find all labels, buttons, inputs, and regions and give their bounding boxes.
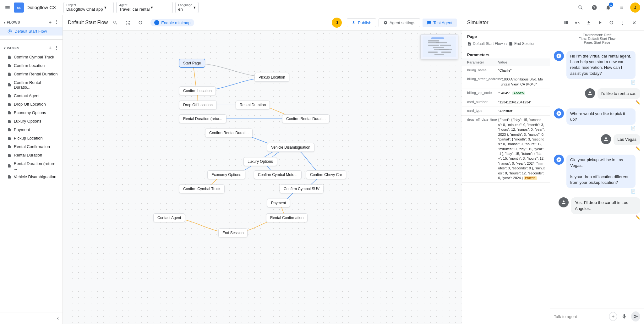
menu-icon[interactable] (4, 4, 11, 11)
publish-label: Publish (358, 20, 371, 25)
chat-input[interactable] (554, 314, 607, 319)
flow-node-confirm-cymbal-moto[interactable]: Confirm Cymbal Moto... (254, 170, 302, 179)
sidebar-item-5[interactable]: Drop Off Location (0, 100, 63, 108)
flow-node-pickup[interactable]: Pickup Location (254, 73, 289, 82)
sim-columns-button[interactable] (561, 18, 571, 28)
svg-rect-37 (434, 54, 444, 55)
edit-icon-5[interactable]: ✏️ (636, 215, 640, 220)
param-row-2: billing_zip_code"94045" ADDED (462, 89, 550, 98)
notifications-button[interactable]: 1 (603, 2, 614, 13)
flows-menu-button[interactable]: ⋮ (54, 19, 59, 25)
col-param-header: Parameter (467, 60, 498, 64)
flow-node-confirm-cymbal-suv[interactable]: Confirm Cymbal SUV (280, 184, 324, 193)
flow-node-confirm-rental-dur2[interactable]: Confirm Rental Durati... (205, 129, 253, 137)
minimap (420, 34, 458, 59)
agent-dropdown[interactable]: Agent Travel: car rental ▾ (116, 2, 173, 13)
flow-node-payment[interactable]: Payment (267, 199, 290, 207)
edit-icon-1[interactable]: ✏️ (636, 100, 640, 105)
flow-node-confirm-loc[interactable]: Confirm Location (179, 86, 216, 95)
param-row-1: billing_street_address"1800 Amphibious B… (462, 75, 550, 89)
flow-node-rental-dur-retur[interactable]: Rental Duration (retur... (179, 114, 226, 123)
minimap-svg (422, 36, 456, 58)
flow-node-vehicle-dis[interactable]: Vehicle Disambiguation (267, 143, 314, 152)
pages-add-button[interactable]: + (49, 45, 52, 51)
sim-undo-button[interactable] (572, 18, 582, 28)
flow-node-rental-dur[interactable]: Rental Duration (236, 101, 270, 109)
apps-button[interactable] (616, 2, 628, 13)
language-dropdown[interactable]: Language en ▾ (175, 2, 199, 13)
sidebar-item-default-start-flow[interactable]: Default Start Flow (0, 27, 63, 36)
sim-play-button[interactable] (595, 18, 605, 28)
sidebar-collapse-button[interactable]: ‹ (57, 315, 59, 321)
sim-export-button[interactable] (584, 18, 594, 28)
simulator-header: Simulator ⋮ ✕ (462, 15, 644, 30)
sidebar-item-9[interactable]: Pickup Location (0, 134, 63, 142)
agent-avatar-0 (554, 51, 564, 61)
sidebar-item-4[interactable]: Contact Agent (0, 91, 63, 100)
flow-canvas[interactable]: Start PagePickup LocationConfirm Locatio… (63, 30, 462, 324)
flows-add-button[interactable]: + (49, 19, 52, 25)
minimap-toggle[interactable]: Enable minimap (150, 19, 194, 26)
flow-node-confirm-rental-dur[interactable]: Confirm Rental Durati... (282, 114, 330, 123)
mic-icon (621, 314, 627, 319)
flow-node-dropoff[interactable]: Drop Off Location (179, 101, 217, 109)
flow-node-end-session[interactable]: End Session (218, 228, 248, 237)
sidebar-item-0[interactable]: Confirm Cymbal Truck (0, 53, 63, 61)
sim-close-button[interactable]: ✕ (629, 18, 639, 28)
flows-expand-icon[interactable]: ▾ (4, 21, 6, 24)
agent-bubble-4: Ok, your pickup will be in Las Vegas.Is … (566, 155, 636, 188)
flow-node-contact-agent[interactable]: Contact Agent (153, 213, 185, 222)
sim-more-button[interactable]: ⋮ (618, 18, 628, 28)
sidebar-item-12[interactable]: Rental Duration (return ... (0, 159, 63, 173)
flow-node-confirm-chevy[interactable]: Confirm Chevy Car (306, 170, 346, 179)
flow-node-start[interactable]: Start Page (179, 59, 205, 68)
project-dropdown[interactable]: Project Dialogflow Chat app ▾ (63, 2, 114, 13)
agent-value: Travel: car rental (119, 7, 150, 12)
flow-node-luxury[interactable]: Luxury Options (243, 157, 277, 166)
pages-menu-button[interactable]: ⋮ (54, 45, 59, 51)
params-table-header: Parameter Value (462, 58, 550, 66)
page-item-icon (8, 83, 11, 87)
param-name: billing_name (467, 68, 498, 73)
publish-button[interactable]: Publish (347, 18, 376, 27)
agent-icon (556, 157, 562, 162)
agent-bubble-2: Where would you like to pick it up? (566, 108, 636, 125)
sidebar-item-8[interactable]: Payment (0, 125, 63, 134)
user-avatar[interactable]: J (630, 3, 640, 13)
sidebar-item-1[interactable]: Confirm Location (0, 61, 63, 70)
refresh-button[interactable] (135, 18, 145, 28)
flow-node-rental-conf[interactable]: Rental Confirmation (266, 213, 308, 222)
pages-expand-icon[interactable]: ▾ (4, 47, 6, 50)
search-button[interactable] (575, 2, 586, 13)
zoom-fit-button[interactable] (123, 18, 133, 28)
test-agent-button[interactable]: Test Agent (423, 19, 457, 27)
sidebar-item-7[interactable]: Luxury Options (0, 117, 63, 125)
user-bubble-5: Yes. I'll drop the car off in Los Angele… (571, 197, 640, 214)
sidebar-item-10[interactable]: Rental Confirmation (0, 142, 63, 151)
page-item-icon (8, 164, 11, 168)
project-value: Dialogflow Chat app (66, 7, 103, 12)
canvas-area: Default Start Flow Enable minimap J Publ… (63, 15, 462, 324)
chat-mic-button[interactable] (619, 311, 629, 321)
chat-send-button[interactable] (631, 311, 640, 321)
sim-refresh-button[interactable] (606, 18, 616, 28)
param-row-4: card_type"Altostrat" (462, 107, 550, 116)
flow-node-confirm-cymbal-truck[interactable]: Confirm Cymbal Truck (179, 184, 225, 193)
param-value: "94045" ADDED (498, 91, 545, 96)
canvas-user-avatar[interactable]: J (332, 18, 342, 28)
sidebar-item-13[interactable]: Vehicle Disambiguation (0, 173, 63, 181)
sidebar-item-2[interactable]: Confirm Rental Duration (0, 70, 63, 78)
svg-rect-26 (428, 40, 439, 41)
help-button[interactable] (589, 2, 600, 13)
sidebar-item-3[interactable]: Confirm Rental Duratio... (0, 78, 63, 91)
chat-add-button[interactable]: + (609, 312, 617, 321)
agent-settings-button[interactable]: Agent settings (379, 18, 420, 27)
chat-message-5: Yes. I'll drop the car off in Los Angele… (554, 197, 640, 219)
search-flow-button[interactable] (110, 18, 120, 28)
page-item-icon (8, 145, 11, 149)
flow-node-economy[interactable]: Economy Options (207, 170, 245, 179)
edit-icon-3[interactable]: ✏️ (636, 146, 640, 151)
sidebar-item-6[interactable]: Economy Options (0, 108, 63, 117)
param-value: { "past": { "day": 15, "seconds": 0, "mi… (498, 118, 545, 180)
sidebar-item-11[interactable]: Rental Duration (0, 151, 63, 159)
